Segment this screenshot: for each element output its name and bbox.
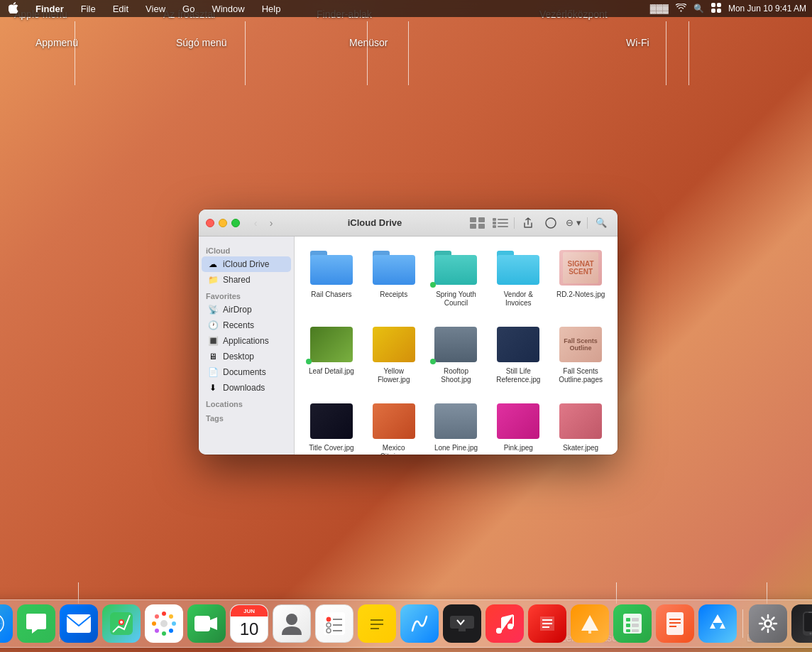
sidebar-item-desktop[interactable]: 🖥 Desktop	[202, 349, 291, 364]
file-still-life[interactable]: Still Life Reference.jpg	[490, 322, 547, 387]
maximize-button[interactable]	[231, 219, 240, 227]
dock-item-system-settings[interactable]	[749, 604, 787, 643]
svg-rect-66	[626, 618, 630, 621]
share-button[interactable]	[519, 216, 537, 230]
go-menu-item[interactable]: Go	[180, 2, 197, 16]
file-leaf-detail[interactable]: Leaf Detail.jpg	[303, 322, 360, 387]
dock-item-news[interactable]	[528, 604, 566, 643]
svg-rect-0	[711, 3, 715, 7]
edit-menu-item[interactable]: Edit	[110, 2, 131, 16]
forward-button[interactable]: ›	[264, 216, 278, 230]
dock-item-facetime[interactable]	[187, 604, 226, 643]
dock-item-contacts[interactable]	[273, 604, 311, 643]
favorites-section-label: Favorites	[199, 288, 294, 302]
list-view-button[interactable]	[491, 216, 510, 230]
svg-point-56	[508, 624, 513, 629]
mexico-city-icon	[370, 401, 418, 441]
file-title-cover[interactable]: Title Cover.jpg	[303, 398, 360, 455]
sidebar-item-documents[interactable]: 📄 Documents	[202, 364, 291, 380]
close-button[interactable]	[206, 219, 214, 227]
window-menu-item[interactable]: Window	[209, 2, 247, 16]
dock-item-photos[interactable]	[145, 604, 183, 643]
help-menu-item[interactable]: Help	[259, 2, 284, 16]
file-vendor-invoices[interactable]: Vendor & Invoices	[490, 245, 547, 310]
file-rail-chasers[interactable]: Rail Chasers	[303, 245, 360, 310]
file-lone-pine[interactable]: Lone Pine.jpg	[428, 398, 485, 455]
wifi-icon[interactable]	[676, 4, 686, 14]
sidebar-item-shared[interactable]: 📁 Shared	[202, 272, 291, 288]
dock-item-iphone-mirroring[interactable]	[791, 604, 812, 643]
still-life-name: Still Life Reference.jpg	[493, 367, 544, 384]
recents-icon: 🕐	[207, 320, 219, 331]
file-spring-youth[interactable]: Spring Youth Council	[428, 245, 485, 310]
file-skater[interactable]: Skater.jpeg	[552, 398, 609, 455]
dock-item-music[interactable]	[485, 604, 524, 643]
applications-label: Applications	[223, 336, 269, 346]
dock-item-reminders[interactable]	[315, 604, 353, 643]
pink-name: Pink.jpeg	[504, 444, 533, 452]
svg-point-77	[766, 621, 770, 626]
back-button[interactable]: ‹	[248, 216, 263, 230]
file-grid: Rail Chasers Receipts	[303, 245, 609, 455]
dock-item-calendar[interactable]: JUN 10	[230, 604, 268, 643]
dock: JUN 10	[0, 599, 812, 648]
apple-menu-icon[interactable]	[6, 1, 21, 17]
svg-rect-12	[493, 225, 496, 228]
dock-item-maps[interactable]	[102, 604, 141, 643]
window-title: iCloud Drive	[287, 217, 463, 228]
sidebar-item-applications[interactable]: 🔳 Applications	[202, 333, 291, 349]
dock-item-numbers[interactable]	[613, 604, 652, 643]
pink-icon	[494, 401, 542, 441]
sidebar-item-recents[interactable]: 🕐 Recents	[202, 317, 291, 333]
battery-icon[interactable]: ▓▓▓	[650, 4, 669, 13]
file-fall-scents[interactable]: Fall ScentsOutline Fall Scents Outline.p…	[552, 322, 609, 387]
dock-item-messages[interactable]	[17, 604, 55, 643]
dock-item-safari[interactable]	[0, 604, 13, 643]
svg-rect-9	[498, 219, 508, 220]
spring-youth-icon	[432, 248, 480, 288]
svg-point-38	[120, 621, 123, 624]
menubar: Finder File Edit View Go Window Help ▓▓▓…	[0, 0, 812, 17]
dock-item-keynote[interactable]	[571, 604, 609, 643]
dock-item-notes[interactable]	[358, 604, 396, 643]
svg-rect-8	[493, 218, 496, 221]
dock-separator	[742, 609, 743, 638]
datetime-display[interactable]: Mon Jun 10 9:41 AM	[728, 4, 806, 13]
search-menubar-icon[interactable]: 🔍	[693, 4, 704, 13]
dock-item-appletv[interactable]	[443, 604, 481, 643]
more-button[interactable]: ⊖ ▾	[564, 216, 583, 230]
icon-view-button[interactable]	[468, 216, 487, 230]
window-toolbar: ‹ › iCloud Drive	[199, 210, 618, 237]
file-mexico-city[interactable]: Mexico City.jpeg	[366, 398, 422, 455]
shared-label: Shared	[223, 275, 251, 285]
lone-pine-icon	[432, 401, 480, 441]
sidebar-item-airdrop[interactable]: 📡 AirDrop	[202, 302, 291, 317]
receipts-name: Receipts	[380, 290, 407, 299]
svg-rect-6	[470, 224, 476, 229]
file-menu-item[interactable]: File	[78, 2, 99, 16]
title-cover-name: Title Cover.jpg	[309, 444, 354, 452]
dock-item-appstore[interactable]	[698, 604, 737, 643]
sidebar-item-icloud-drive[interactable]: ☁ iCloud Drive	[202, 256, 291, 272]
spring-youth-status	[430, 282, 436, 288]
applications-icon: 🔳	[207, 335, 219, 347]
still-life-icon	[494, 325, 542, 364]
file-rd2-notes[interactable]: SIGNATSCENT RD.2-Notes.jpg	[552, 245, 609, 310]
finder-menu-item[interactable]: Finder	[33, 2, 67, 16]
dock-item-pages[interactable]	[656, 604, 694, 643]
dock-item-mail[interactable]	[60, 604, 98, 643]
lone-pine-name: Lone Pine.jpg	[434, 444, 478, 452]
file-pink[interactable]: Pink.jpeg	[490, 398, 547, 455]
file-rooftop-shoot[interactable]: Rooftop Shoot.jpg	[428, 322, 485, 387]
sidebar-item-downloads[interactable]: ⬇ Downloads	[202, 380, 291, 396]
view-menu-item[interactable]: View	[143, 2, 168, 16]
rooftop-shoot-icon	[432, 325, 480, 364]
control-center-icon[interactable]	[711, 3, 721, 15]
file-yellow-flower[interactable]: Yellow Flower.jpg	[366, 322, 422, 387]
minimize-button[interactable]	[219, 219, 227, 227]
tag-button[interactable]	[542, 216, 560, 230]
file-receipts[interactable]: Receipts	[366, 245, 422, 310]
search-button[interactable]: 🔍	[592, 216, 610, 230]
dock-item-freeform[interactable]	[400, 604, 439, 643]
dock-container: JUN 10	[0, 599, 812, 648]
